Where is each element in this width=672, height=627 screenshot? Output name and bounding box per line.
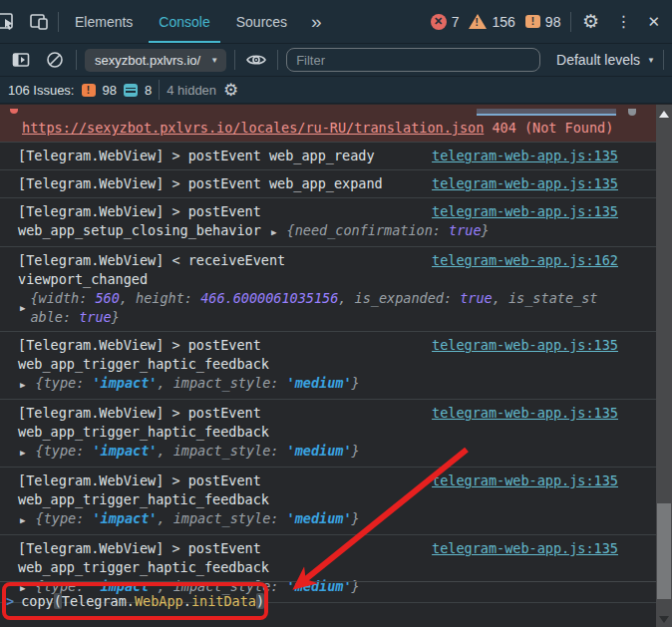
context-label: sexyzbot.pxlvrs.io/ (95, 53, 200, 68)
message-text: . (183, 593, 191, 609)
message-text: [Telegram.WebView] > postEvent (18, 540, 261, 556)
message-text: {type: (27, 375, 92, 391)
expand-icon[interactable]: ▶ (20, 448, 25, 458)
source-link[interactable]: telegram-web-app.js:162 (432, 251, 618, 270)
log-levels-dropdown[interactable]: Default levels ▼ (556, 52, 655, 68)
expand-icon[interactable]: ▶ (271, 227, 276, 237)
source-link[interactable]: telegram-web-app.js:135 (432, 471, 618, 490)
console-message: [Telegram.WebView] > postEventtelegram-w… (0, 332, 656, 400)
divider (58, 12, 59, 32)
tab-sources[interactable]: Sources (226, 1, 297, 43)
more-tabs-icon[interactable]: » (303, 11, 330, 33)
source-link[interactable]: telegram-web-app.js:135 (432, 174, 618, 193)
message-text: 'impact' (92, 443, 157, 459)
console-sidebar-icon[interactable] (8, 47, 34, 73)
message-text: , height: (120, 290, 200, 306)
tab-console[interactable]: Console (149, 1, 219, 43)
expand-icon[interactable]: ▶ (20, 303, 25, 313)
filter-input[interactable] (286, 48, 540, 72)
expand-icon[interactable]: ▶ (20, 515, 25, 525)
console-message: [Telegram.WebView] < receiveEventtelegra… (0, 247, 656, 332)
issues-bar: 106 Issues: ! 98 8 4 hidden ⚙ (0, 77, 672, 104)
divider (277, 50, 278, 70)
inspect-element-icon[interactable] (0, 9, 20, 35)
device-toolbar-icon[interactable] (26, 9, 52, 35)
message-text: [Telegram.WebView] > postEvent web_app_r… (18, 148, 375, 163)
error-count-badge[interactable]: ✕ 7 (431, 14, 460, 30)
message-text: 'impact' (92, 375, 157, 391)
error-icon: ✕ (431, 14, 447, 30)
live-expression-eye-icon[interactable] (243, 47, 269, 73)
page-issue-icon[interactable]: ! (82, 84, 96, 97)
console-panel: https://sexyzbot.pxlvrs.io/locales/ru-RU… (0, 105, 672, 627)
settings-gear-icon[interactable]: ⚙ (577, 9, 603, 35)
message-text: } (352, 443, 360, 459)
expand-icon[interactable]: ▶ (20, 380, 25, 390)
issues-label: 106 Issues: (8, 83, 75, 98)
issues-count-badge[interactable]: ! 98 (525, 14, 561, 30)
console-input[interactable]: copy(Telegram.WebApp.initData) (21, 593, 264, 627)
message-text: [Telegram.WebView] > postEvent (18, 472, 261, 488)
warning-icon: ! (469, 14, 487, 29)
message-text: [Telegram.WebView] > postEvent (18, 337, 261, 353)
close-icon[interactable]: ✕ (643, 13, 664, 31)
message-text: , is_expanded: (338, 290, 460, 306)
console-messages: https://sexyzbot.pxlvrs.io/locales/ru-RU… (0, 105, 656, 603)
message-text: 'impact' (92, 510, 157, 526)
message-text: 'medium' (287, 510, 352, 526)
message-text: , impact_style: (157, 510, 286, 526)
message-text: [Telegram.WebView] > postEvent (18, 203, 261, 219)
console-prompt-row[interactable]: > copy(Telegram.WebApp.initData) (0, 581, 656, 627)
scrollbar-thumb[interactable] (657, 503, 671, 599)
warning-count-badge[interactable]: ! 156 (469, 14, 514, 30)
message-text: , impact_style: (157, 443, 286, 459)
message-text: } (352, 510, 360, 526)
error-count: 7 (452, 14, 460, 30)
source-link[interactable]: telegram-web-app.js:135 (432, 336, 618, 355)
message-text: web_app_trigger_haptic_feedback (18, 491, 269, 507)
scrollbar[interactable] (656, 105, 672, 627)
console-message: [Telegram.WebView] > postEventtelegram-w… (0, 468, 656, 535)
message-text: {width: (30, 290, 95, 306)
message-text: 'medium' (287, 375, 352, 391)
kebab-menu-icon[interactable]: ⋮ (609, 12, 637, 31)
source-link[interactable]: telegram-web-app.js:135 (432, 539, 618, 558)
source-link[interactable]: telegram-web-app.js:135 (432, 147, 618, 165)
tab-elements[interactable]: Elements (65, 1, 143, 43)
levels-label: Default levels (556, 52, 640, 68)
message-text: web_app_trigger_haptic_feedback (18, 356, 269, 372)
issues-gear-icon[interactable]: ⚙ (223, 80, 238, 101)
divider (234, 50, 235, 70)
message-text: , impact_style: (157, 375, 286, 391)
divider (159, 80, 160, 100)
message-text: [Telegram.WebView] < receiveEvent (18, 252, 285, 268)
message-text: true (79, 309, 112, 325)
message-text: {type: (27, 510, 92, 526)
issue-icon: ! (525, 15, 540, 28)
console-toolbar: sexyzbot.pxlvrs.io/ ▼ Default levels ▼ (0, 44, 672, 77)
message-text: [Telegram.WebView] > postEvent (18, 405, 261, 421)
source-link[interactable]: telegram-web-app.js:135 (432, 202, 618, 221)
message-text: [Telegram.WebView] > postEvent web_app_e… (18, 175, 383, 191)
prompt-chevron-icon: > (6, 593, 14, 627)
message-issue-count: 8 (145, 83, 152, 98)
message-issue-icon[interactable] (124, 84, 138, 97)
message-text: 466.6000061035156 (200, 290, 338, 306)
scroll-up-icon[interactable] (659, 111, 669, 118)
divider (570, 12, 571, 32)
console-message: [Telegram.WebView] > postEventtelegram-w… (0, 198, 656, 247)
execution-context-selector[interactable]: sexyzbot.pxlvrs.io/ ▼ (85, 49, 226, 72)
message-text: {type: (27, 443, 92, 459)
message-text: true (460, 290, 493, 306)
message-text: } (482, 222, 490, 238)
warning-count: 156 (492, 14, 514, 30)
console-message: https://sexyzbot.pxlvrs.io/locales/ru-RU… (0, 105, 656, 143)
message-text: initData (191, 593, 256, 609)
message-text: true (449, 222, 482, 238)
console-message: [Telegram.WebView] > postEvent web_app_r… (0, 143, 656, 170)
console-message: [Telegram.WebView] > postEventtelegram-w… (0, 400, 656, 468)
message-text: 'medium' (287, 443, 352, 459)
clear-console-icon[interactable] (42, 47, 68, 73)
scroll-down-icon[interactable] (659, 616, 669, 623)
source-link[interactable]: telegram-web-app.js:135 (432, 404, 618, 423)
